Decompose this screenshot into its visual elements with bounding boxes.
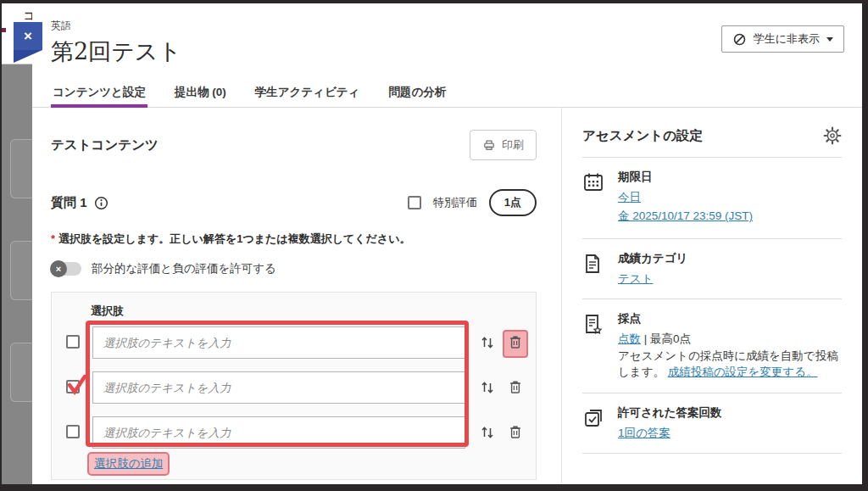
- attempts-check-icon: [582, 405, 606, 441]
- grading-max-label: | 最高0点: [644, 332, 691, 345]
- document-star-icon: [582, 311, 606, 381]
- choice-text-input-2[interactable]: [92, 371, 465, 404]
- close-panel-button[interactable]: ×: [14, 22, 42, 50]
- calendar-icon: [582, 170, 606, 226]
- choices-label: 選択肢: [91, 304, 124, 319]
- settings-header: アセスメントの設定: [582, 126, 842, 145]
- required-instruction-text: 選択肢を設定します。正しい解答を1つまたは複数選択してください。: [58, 232, 410, 245]
- grading-section: 採点 点数 | 最高0点 アセスメントの採点時に成績を自動で投稿します。 成績投…: [582, 311, 842, 381]
- question-title: 質問 1: [51, 195, 87, 211]
- info-icon[interactable]: [94, 196, 108, 210]
- correct-answer-checkbox-1[interactable]: [66, 335, 80, 349]
- grading-points-link[interactable]: 点数: [618, 332, 641, 345]
- background-notification-dot: [2, 28, 6, 32]
- assessment-settings-pane: アセスメントの設定: [561, 108, 862, 483]
- settings-title: アセスメントの設定: [582, 127, 703, 145]
- required-instruction: *選択肢を設定します。正しい解答を1つまたは複数選択してください。: [51, 232, 561, 247]
- screenshot-frame: コ × 英語 第2回テスト 学生に非表示 コンテンツと設定: [0, 0, 868, 491]
- tab-submissions[interactable]: 提出物 (0): [173, 85, 228, 107]
- add-choice-link[interactable]: 選択肢の追加: [94, 457, 163, 470]
- special-grading-label: 特別評価: [433, 195, 477, 210]
- printer-icon: [482, 138, 496, 152]
- grading-content: 採点 点数 | 最高0点 アセスメントの採点時に成績を自動で投稿します。 成績投…: [618, 311, 842, 381]
- grade-category-content: 成績カテゴリ テスト: [618, 251, 687, 287]
- section-title: テストコンテンツ: [51, 137, 159, 154]
- grade-category-title: 成績カテゴリ: [618, 251, 687, 266]
- grading-description: アセスメントの採点時に成績を自動で投稿します。 成績投稿の設定を変更する。: [618, 348, 842, 381]
- partial-credit-toggle[interactable]: ×: [51, 262, 81, 276]
- gear-icon[interactable]: [823, 126, 842, 145]
- partial-credit-toggle-row: × 部分的な評価と負の評価を許可する: [51, 261, 561, 276]
- divider: [582, 393, 842, 393]
- delete-choice-button-2[interactable]: [504, 377, 526, 401]
- choice-row: [52, 371, 536, 404]
- special-grading-checkbox[interactable]: [408, 196, 421, 209]
- choice-row: [52, 326, 536, 359]
- chevron-down-icon: [826, 37, 833, 42]
- document-icon: [582, 251, 606, 287]
- divider: [582, 238, 842, 239]
- divider: [582, 157, 842, 158]
- eye-off-icon: [732, 32, 747, 47]
- reorder-icon[interactable]: [480, 334, 495, 354]
- due-date-title: 期限日: [618, 170, 753, 185]
- student-visibility-button[interactable]: 学生に非表示: [721, 25, 844, 53]
- tab-bar: コンテンツと設定 提出物 (0) 学生アクティビティ 問題の分析: [32, 85, 862, 108]
- points-badge[interactable]: 1点: [489, 189, 537, 216]
- content-area: テストコンテンツ 印刷 質問 1: [32, 108, 862, 483]
- section-header: テストコンテンツ 印刷: [51, 130, 537, 160]
- attempts-section: 許可された答案回数 1回の答案: [582, 405, 842, 441]
- due-datetime-link[interactable]: 金 2025/10/17 23:59 (JST): [618, 209, 753, 224]
- dimmed-background-page: コ: [2, 3, 32, 484]
- required-asterisk: *: [51, 232, 55, 245]
- toggle-knob-off-icon: ×: [50, 260, 67, 277]
- question-header-right: 特別評価 1点: [408, 189, 537, 216]
- visibility-button-label: 学生に非表示: [754, 31, 820, 47]
- annotation-highlight-add-link: 選択肢の追加: [87, 452, 170, 476]
- close-icon: ×: [24, 28, 32, 45]
- annotation-red-check: [65, 373, 89, 397]
- grading-title: 採点: [618, 311, 842, 326]
- attempts-content: 許可された答案回数 1回の答案: [618, 405, 721, 441]
- delete-choice-button-1[interactable]: [503, 330, 528, 358]
- divider: [582, 299, 842, 299]
- due-date-content: 期限日 今日 金 2025/10/17 23:59 (JST): [618, 170, 753, 226]
- test-content-pane: テストコンテンツ 印刷 質問 1: [32, 108, 561, 483]
- tab-question-analysis[interactable]: 問題の分析: [387, 85, 448, 107]
- question-title-wrap: 質問 1: [51, 195, 108, 211]
- print-button-label: 印刷: [502, 137, 524, 153]
- print-button[interactable]: 印刷: [470, 130, 537, 160]
- correct-answer-checkbox-2[interactable]: [66, 380, 80, 393]
- reorder-icon[interactable]: [480, 379, 495, 399]
- choice-text-input-1[interactable]: [92, 326, 465, 359]
- grade-category-link[interactable]: テスト: [618, 272, 653, 285]
- dimmed-card: [10, 343, 32, 402]
- question-header-row: 質問 1 特別評価 1点: [51, 189, 537, 216]
- tab-student-activity[interactable]: 学生アクティビティ: [253, 85, 362, 107]
- choice-text-input-3[interactable]: [92, 416, 465, 449]
- correct-answer-checkbox-3[interactable]: [66, 425, 80, 438]
- trash-icon: [508, 379, 523, 395]
- partial-credit-toggle-label: 部分的な評価と負の評価を許可する: [92, 261, 276, 276]
- grade-posting-settings-link[interactable]: 成績投稿の設定を変更する。: [668, 365, 818, 378]
- dimmed-card: [10, 139, 32, 198]
- choices-container: 選択肢: [51, 292, 537, 480]
- tab-content-settings[interactable]: コンテンツと設定: [51, 85, 147, 108]
- trash-icon: [508, 334, 523, 350]
- dimmed-card: [10, 241, 32, 300]
- delete-choice-button-3[interactable]: [504, 421, 526, 446]
- grade-category-section: 成績カテゴリ テスト: [582, 251, 842, 287]
- divider: [582, 453, 842, 454]
- assessment-panel: 英語 第2回テスト 学生に非表示 コンテンツと設定 提出物 (0) 学生アクティ…: [32, 3, 862, 484]
- due-date-section: 期限日 今日 金 2025/10/17 23:59 (JST): [582, 170, 842, 226]
- trash-icon: [508, 424, 523, 440]
- attempts-link[interactable]: 1回の答案: [618, 427, 670, 439]
- panel-header: 英語 第2回テスト 学生に非表示: [32, 3, 862, 85]
- due-today-link[interactable]: 今日: [618, 190, 641, 205]
- choice-row: [52, 416, 536, 449]
- attempts-title: 許可された答案回数: [618, 405, 721, 421]
- reorder-icon[interactable]: [480, 424, 495, 444]
